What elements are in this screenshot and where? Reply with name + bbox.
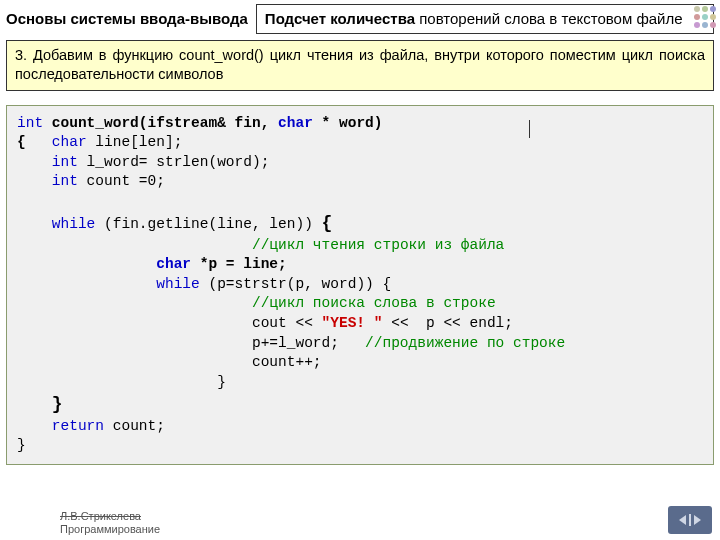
title-rest: повторений слова в текстовом файле bbox=[415, 10, 683, 27]
decorative-dots bbox=[694, 6, 716, 28]
prev-icon[interactable] bbox=[679, 515, 686, 525]
page-title: Подсчет количества повторений слова в те… bbox=[256, 4, 714, 34]
code-listing: int count_word(ifstream& fin, char * wor… bbox=[6, 105, 714, 465]
header: Основы системы ввода-вывода Подсчет коли… bbox=[0, 0, 720, 34]
next-icon[interactable] bbox=[694, 515, 701, 525]
pager[interactable] bbox=[668, 506, 712, 534]
footer: Л.В.Стрикелева Программирование bbox=[60, 510, 160, 536]
footer-author: Л.В.Стрикелева bbox=[60, 510, 160, 523]
footer-course: Программирование bbox=[60, 523, 160, 536]
breadcrumb: Основы системы ввода-вывода bbox=[6, 4, 248, 27]
pager-divider bbox=[689, 514, 691, 526]
divider-tick bbox=[529, 120, 531, 138]
title-bold: Подсчет количества bbox=[265, 10, 415, 27]
step-description: 3. Добавим в функцию count_word() цикл ч… bbox=[6, 40, 714, 91]
